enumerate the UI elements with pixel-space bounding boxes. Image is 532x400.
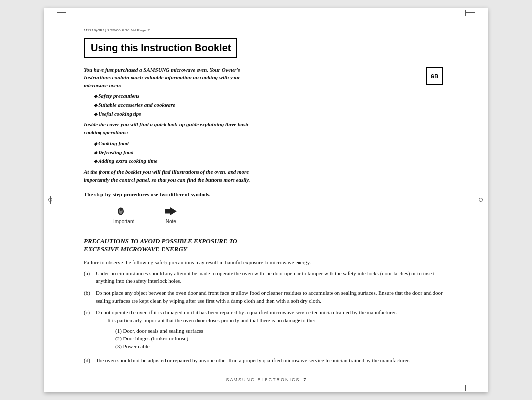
- important-icon: [116, 206, 131, 216]
- page-title: Using this Instruction Booklet: [91, 42, 231, 54]
- list-item: Adding extra cooking time: [94, 157, 448, 165]
- intro-paragraph: You have just purchased a SAMSUNG microw…: [84, 66, 448, 90]
- inside-paragraph: Inside the cover you will find a quick l…: [84, 121, 448, 137]
- item-letter: (d): [84, 357, 92, 365]
- list-item: (3) Power cable: [115, 343, 397, 351]
- item-content: Do not operate the oven if it is damaged…: [96, 309, 397, 353]
- crop-mark-br-v: [466, 385, 466, 391]
- list-item: (c) Do not operate the oven if it is dam…: [84, 309, 448, 353]
- item-text: Do not place any object between the oven…: [96, 289, 448, 305]
- list-item: Safety precautions: [94, 92, 448, 100]
- item-text: Under no circumstances should any attemp…: [96, 270, 448, 285]
- item-letter: (b): [84, 289, 92, 305]
- list-item: (a) Under no circumstances should any at…: [84, 270, 448, 285]
- footer-page-number: 7: [304, 377, 306, 382]
- crop-mark-tr-h: [466, 12, 475, 13]
- note-symbol: Note: [164, 206, 178, 226]
- important-label: Important: [113, 218, 134, 226]
- bullet-list-2: Cooking food Defrosting food Adding extr…: [94, 140, 448, 165]
- item-sub-text: It is particularly important that the ov…: [107, 317, 397, 325]
- item-letter: (c): [84, 309, 92, 353]
- bullet-list-1: Safety precautions Suitable accessories …: [94, 92, 448, 118]
- crop-mark-tr-v: [466, 10, 466, 16]
- page-footer: Samsung Electronics 7: [44, 377, 488, 382]
- note-icon: [164, 206, 178, 216]
- note-label: Note: [166, 218, 176, 226]
- list-item: Suitable accessories and cookware: [94, 101, 448, 109]
- list-item: Defrosting food: [94, 149, 448, 156]
- precaution-intro: Failure to observe the following safety …: [84, 259, 448, 267]
- item-text: The oven should not be adjusted or repai…: [96, 357, 410, 365]
- item-letter: (a): [84, 270, 92, 285]
- crop-mark-tl-h: [57, 12, 66, 13]
- main-content: You have just purchased a SAMSUNG microw…: [84, 66, 448, 365]
- crop-mark-br-h: [466, 388, 475, 388]
- title-box: Using this Instruction Booklet: [84, 38, 237, 58]
- svg-point-2: [120, 208, 122, 211]
- list-item: (d) The oven should not be adjusted or r…: [84, 357, 448, 365]
- header-print-info: M1716(GB1) 3/30/00 8:26 AM Page 7: [84, 28, 448, 32]
- page-container: M1716(GB1) 3/30/00 8:26 AM Page 7 Using …: [44, 8, 488, 392]
- list-item: (2) Door hinges (broken or loose): [115, 335, 397, 343]
- precautions-title: PRECAUTIONS TO AVOID POSSIBLE EXPOSURE T…: [84, 237, 448, 254]
- at-front-paragraph: At the front of the booklet you will fin…: [84, 168, 448, 184]
- list-item: Useful cooking tips: [94, 110, 448, 118]
- svg-marker-3: [165, 207, 177, 215]
- item-text-main: Do not operate the oven if it is damaged…: [96, 309, 397, 315]
- gb-badge: GB: [426, 67, 443, 85]
- list-item: Cooking food: [94, 140, 448, 148]
- list-item: (b) Do not place any object between the …: [84, 289, 448, 305]
- symbols-row: Important Note: [113, 206, 448, 226]
- reg-mark-left: [47, 196, 55, 204]
- numbered-sub-list: (1) Door, door seals and sealing surface…: [115, 327, 397, 351]
- footer-brand: Samsung Electronics: [226, 377, 299, 382]
- reg-mark-right: [477, 196, 485, 204]
- important-symbol: Important: [113, 206, 134, 226]
- crop-mark-bl-h: [57, 388, 66, 388]
- crop-mark-bl-v: [66, 385, 66, 391]
- crop-mark-tl-v: [66, 10, 66, 16]
- lettered-list: (a) Under no circumstances should any at…: [84, 270, 448, 365]
- step-symbols-text: The step-by-step procedures use two diff…: [84, 191, 448, 199]
- list-item: (1) Door, door seals and sealing surface…: [115, 327, 397, 335]
